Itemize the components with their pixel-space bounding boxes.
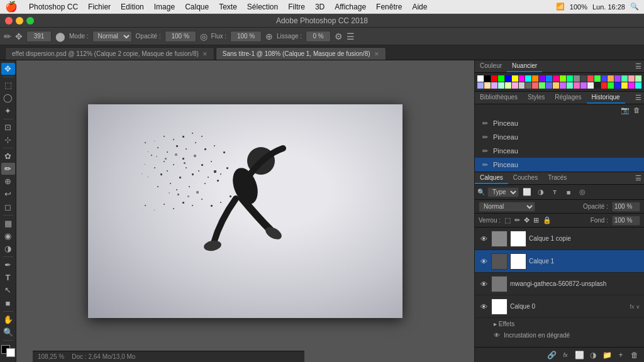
tool-dodge[interactable]: ◑	[1, 243, 15, 255]
color-swatch[interactable]	[635, 75, 641, 82]
color-swatch[interactable]	[532, 82, 538, 89]
color-swatch[interactable]	[580, 75, 587, 82]
tool-brush[interactable]: ✏	[1, 163, 15, 175]
tab-nuancier[interactable]: Nuancier	[507, 60, 542, 72]
color-swatch[interactable]	[484, 82, 491, 89]
color-swatch[interactable]	[587, 82, 594, 89]
layer-kind-shape[interactable]: ■	[563, 187, 574, 198]
history-item[interactable]: ✏ Pinceau	[475, 144, 644, 158]
lock-position-icon[interactable]: ✥	[524, 216, 530, 224]
tool-eraser[interactable]: ◻	[1, 201, 15, 213]
layers-blend-mode[interactable]: Normal	[479, 202, 535, 212]
layer-item[interactable]: 👁 Calque 1 copie	[475, 228, 644, 250]
color-swatch[interactable]	[608, 82, 614, 89]
opacity-row-input[interactable]	[612, 202, 640, 212]
tool-path-select[interactable]: ↖	[1, 284, 15, 296]
tab-styles[interactable]: Styles	[523, 92, 550, 104]
tool-shape[interactable]: ■	[1, 297, 15, 309]
menu-3d[interactable]: 3D	[310, 0, 330, 14]
layer-item[interactable]: 👁 Calque 0 fx ∨	[475, 295, 644, 318]
menu-affichage[interactable]: Affichage	[330, 0, 371, 14]
layer-new-icon[interactable]: +	[615, 349, 626, 361]
color-swatch[interactable]	[532, 75, 538, 82]
menu-filtre[interactable]: Filtre	[283, 0, 310, 14]
color-swatch[interactable]	[477, 82, 484, 89]
opacity-input[interactable]	[165, 31, 196, 42]
color-swatch[interactable]	[567, 82, 573, 89]
color-swatch[interactable]	[601, 82, 608, 89]
layer-delete-icon[interactable]: 🗑	[629, 349, 640, 361]
background-color[interactable]	[6, 348, 15, 357]
layer-adj-icon[interactable]: ◑	[587, 349, 599, 361]
tool-gradient[interactable]: ▦	[1, 217, 15, 229]
layer-item[interactable]: 👁 mwangi-gatheca-560872-unsplash	[475, 273, 644, 295]
layer-visibility-icon[interactable]: 👁	[479, 234, 489, 244]
tab-historique[interactable]: Historique	[587, 92, 625, 104]
color-swatch[interactable]	[628, 82, 635, 89]
tool-eyedropper[interactable]: ⊹	[1, 134, 15, 146]
color-swatch[interactable]	[525, 75, 531, 82]
close-button[interactable]	[5, 17, 13, 25]
color-swatch[interactable]	[546, 75, 552, 82]
tool-history-brush[interactable]: ↩	[1, 188, 15, 200]
layer-effect-item[interactable]: ▸ Effets	[475, 318, 644, 329]
lock-transparent-icon[interactable]: ⬚	[504, 216, 511, 224]
history-item[interactable]: ✏ Pinceau	[475, 130, 644, 144]
layer-mask-icon[interactable]: ⬜	[574, 349, 585, 361]
color-swatch[interactable]	[539, 75, 545, 82]
color-swatch[interactable]	[621, 82, 628, 89]
tab-sanstitre[interactable]: Sans titre-1 @ 108% (Calque 1, Masque de…	[216, 47, 386, 60]
color-swatch[interactable]	[484, 75, 491, 82]
lissage-input[interactable]	[306, 31, 331, 42]
menu-fichier[interactable]: Fichier	[83, 0, 116, 14]
history-item[interactable]: ✏ Pinceau	[475, 116, 644, 130]
color-swatch[interactable]	[601, 75, 608, 82]
layer-type-select[interactable]: Type	[487, 187, 519, 197]
search-icon[interactable]: 🔍	[630, 3, 639, 11]
tab-couches[interactable]: Couches	[508, 172, 543, 184]
menu-texte[interactable]: Texte	[214, 0, 242, 14]
tab-dispersion[interactable]: effet dispersion.psd @ 112% (Calque 2 co…	[5, 47, 214, 60]
history-trash-icon[interactable]: 🗑	[633, 106, 640, 114]
layer-item[interactable]: 👁 Calque 1	[475, 250, 644, 273]
brush-size-input[interactable]	[26, 31, 52, 42]
canvas-container[interactable]	[88, 104, 402, 318]
tab-sanstitre-close[interactable]: ✕	[374, 51, 379, 57]
tab-reglages[interactable]: Réglages	[550, 92, 586, 104]
tool-hand[interactable]: ✋	[1, 314, 15, 326]
color-swatch[interactable]	[553, 75, 559, 82]
color-swatch[interactable]	[553, 82, 559, 89]
color-panel-menu[interactable]: ☰	[633, 60, 644, 72]
settings-icon[interactable]: ⚙	[335, 31, 343, 41]
layer-kind-smart[interactable]: ◎	[577, 187, 588, 198]
color-swatch[interactable]	[614, 75, 621, 82]
color-swatch[interactable]	[608, 75, 614, 82]
menu-image[interactable]: Image	[149, 0, 180, 14]
layer-visibility-icon[interactable]: 👁	[479, 302, 489, 312]
color-swatch[interactable]	[477, 75, 484, 82]
menu-aide[interactable]: Aide	[407, 0, 432, 14]
tab-traces[interactable]: Tracés	[543, 172, 572, 184]
layer-group-icon[interactable]: 📁	[601, 349, 613, 361]
lock-pixel-icon[interactable]: ✏	[514, 216, 520, 224]
color-swatch[interactable]	[628, 75, 635, 82]
tool-lasso[interactable]: ◯	[1, 92, 15, 104]
color-swatch[interactable]	[512, 75, 518, 82]
history-item[interactable]: ✏ Pinceau	[475, 158, 644, 172]
tool-zoom[interactable]: 🔍	[1, 326, 15, 338]
tab-calques[interactable]: Calques	[475, 172, 508, 184]
menu-fenetre[interactable]: Fenêtre	[371, 0, 407, 14]
color-swatch[interactable]	[519, 82, 525, 89]
color-swatch[interactable]	[580, 82, 587, 89]
color-swatch[interactable]	[587, 75, 594, 82]
tab-couleur[interactable]: Couleur	[475, 60, 507, 72]
color-swatch[interactable]	[594, 82, 601, 89]
color-swatch[interactable]	[491, 82, 497, 89]
tool-move[interactable]: ✥	[1, 63, 15, 75]
tool-type[interactable]: T	[1, 272, 15, 283]
layer-visibility-icon[interactable]: 👁	[479, 256, 489, 266]
minimize-button[interactable]	[16, 17, 23, 25]
tool-magic-wand[interactable]: ✦	[1, 104, 15, 116]
layer-kind-type[interactable]: T	[549, 187, 560, 198]
lock-all-icon[interactable]: 🔒	[543, 216, 552, 224]
